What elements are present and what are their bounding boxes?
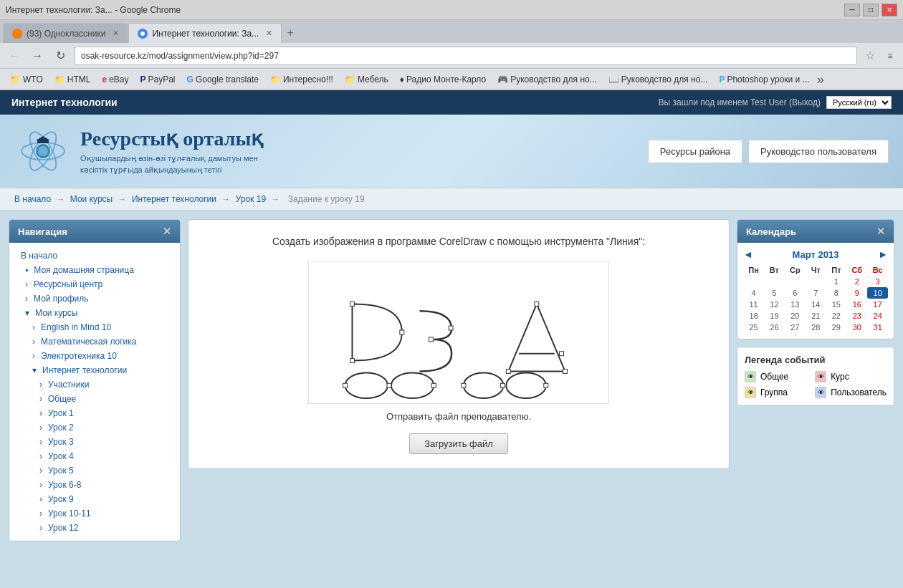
upload-button[interactable]: Загрузить файл	[409, 433, 508, 454]
cal-day[interactable]: 14	[806, 299, 826, 310]
tab-odnoklassniki[interactable]: (93) Одноклассники ✕	[3, 23, 128, 43]
nav-bullet: ▪	[25, 265, 28, 275]
maximize-button[interactable]: □	[863, 4, 879, 16]
sidebar-item-courses[interactable]: ▾ Мои курсы	[9, 306, 180, 320]
cal-day[interactable]: 9	[846, 287, 867, 299]
sidebar-item-mypage[interactable]: ▪ Моя домашняя страница	[9, 263, 180, 277]
cal-prev-button[interactable]: ◄	[743, 249, 753, 260]
svg-point-6	[38, 146, 48, 156]
bookmark-wto[interactable]: 📁 WTO	[6, 73, 47, 86]
bookmark-interesting[interactable]: 📁 Интересно!!!	[266, 73, 338, 86]
bookmark-photoshop[interactable]: P Photoshop уроки и ...	[715, 73, 813, 86]
sidebar-item-general[interactable]: › Общее	[9, 392, 180, 406]
sidebar-item-profile[interactable]: › Мой профиль	[9, 291, 180, 306]
cal-day[interactable]: 15	[826, 299, 847, 310]
cal-day[interactable]: 8	[826, 287, 847, 299]
sidebar-item-lesson12[interactable]: › Урок 12	[9, 521, 180, 535]
sidebar-item-resource[interactable]: › Ресурсный центр	[9, 277, 180, 291]
cal-day[interactable]: 1	[826, 276, 847, 287]
bookmarks-more-button[interactable]: »	[817, 73, 824, 86]
cal-day[interactable]: 25	[743, 322, 764, 333]
sidebar-item-lesson3[interactable]: › Урок 3	[9, 435, 180, 449]
bookmark-wot[interactable]: 🎮 Руководство для но...	[493, 73, 601, 86]
cal-day[interactable]: 18	[743, 310, 764, 322]
cal-day[interactable]: 6	[785, 287, 806, 299]
forward-button[interactable]: →	[29, 47, 46, 64]
sidebar-item-lesson5[interactable]: › Урок 5	[9, 463, 180, 478]
sidebar-item-lesson1[interactable]: › Урок 1	[9, 406, 180, 420]
cal-day[interactable]	[764, 276, 785, 287]
cal-day[interactable]: 28	[806, 322, 826, 333]
sidebar-item-english[interactable]: › English in Mind 10	[9, 320, 180, 334]
cal-day[interactable]: 12	[764, 299, 785, 310]
bookmark-paypal[interactable]: P PayPal	[136, 73, 180, 86]
sidebar-item-lesson9[interactable]: › Урок 9	[9, 492, 180, 506]
close-button[interactable]: ✕	[882, 4, 897, 16]
cal-day[interactable]: 7	[806, 287, 826, 299]
sidebar-item-home[interactable]: В начало	[9, 249, 180, 263]
cal-day[interactable]: 2	[846, 276, 867, 287]
bookmark-google-translate[interactable]: G Google translate	[183, 73, 263, 86]
menu-icon[interactable]: ≡	[883, 49, 897, 63]
back-button[interactable]: ←	[6, 47, 23, 64]
cal-day[interactable]: 29	[826, 322, 847, 333]
breadcrumb-lesson19[interactable]: Урок 19	[236, 194, 266, 204]
cal-day[interactable]: 13	[785, 299, 806, 310]
refresh-button[interactable]: ↻	[52, 47, 69, 64]
cal-day[interactable]: 3	[867, 276, 888, 287]
cal-day[interactable]: 20	[785, 310, 806, 322]
cal-day[interactable]: 30	[846, 322, 867, 333]
new-tab-button[interactable]: +	[282, 24, 299, 42]
sidebar-item-math[interactable]: › Математическая логика	[9, 334, 180, 349]
sidebar-item-lesson6-8[interactable]: › Урок 6-8	[9, 478, 180, 492]
task-send-text: Отправить файл преподавателю.	[203, 411, 715, 422]
cal-day[interactable]: 17	[867, 299, 888, 310]
cal-day[interactable]: 22	[826, 310, 847, 322]
cal-day[interactable]: 21	[806, 310, 826, 322]
sidebar-item-participants[interactable]: › Участники	[9, 377, 180, 392]
bookmark-guide[interactable]: 📖 Руководство для но...	[604, 73, 712, 86]
bookmark-ebay[interactable]: e eBay	[97, 73, 133, 86]
breadcrumb-sep: →	[118, 194, 129, 204]
bookmark-radio[interactable]: ♦ Радио Монте-Карло	[396, 73, 490, 86]
sidebar-close-icon[interactable]: ✕	[163, 226, 171, 237]
cal-day[interactable]: 23	[846, 310, 867, 322]
guide-button[interactable]: Руководство пользователя	[748, 140, 889, 163]
cal-day[interactable]: 16	[846, 299, 867, 310]
sidebar-item-lesson4[interactable]: › Урок 4	[9, 449, 180, 463]
bookmark-mebel[interactable]: 📁 Мебель	[340, 73, 393, 86]
cal-day[interactable]: 4	[743, 287, 764, 299]
cal-day-highlight[interactable]: 10	[867, 287, 888, 299]
breadcrumb-courses[interactable]: Мои курсы	[70, 194, 113, 204]
language-select[interactable]: Русский (ru)	[826, 96, 892, 109]
cal-day[interactable]	[743, 276, 764, 287]
sidebar-item-electro[interactable]: › Электротехника 10	[9, 349, 180, 363]
cal-day[interactable]: 11	[743, 299, 764, 310]
tab-internet-tech[interactable]: Интернет технологии: За... ✕	[128, 23, 282, 43]
sidebar-item-internet[interactable]: ▾ Интернет технологии	[9, 363, 180, 377]
breadcrumb-home[interactable]: В начало	[14, 194, 51, 204]
resources-button[interactable]: Ресурсы района	[648, 140, 742, 163]
cal-day[interactable]: 27	[785, 322, 806, 333]
folder-icon: 📁	[345, 74, 355, 85]
cal-day[interactable]: 24	[867, 310, 888, 322]
cal-day[interactable]: 19	[764, 310, 785, 322]
legend-dot-general: 👁	[745, 371, 756, 382]
cal-day[interactable]	[785, 276, 806, 287]
sidebar-item-lesson10-11[interactable]: › Урок 10-11	[9, 506, 180, 521]
address-input[interactable]	[75, 47, 857, 65]
calendar-close-icon[interactable]: ✕	[876, 226, 885, 237]
tab-close-icon[interactable]: ✕	[266, 29, 272, 38]
minimize-button[interactable]: ─	[844, 4, 860, 16]
cal-day[interactable]: 31	[867, 322, 888, 333]
cal-next-button[interactable]: ►	[878, 249, 888, 260]
cal-day[interactable]	[806, 276, 826, 287]
book-icon: 📖	[608, 74, 619, 85]
tab-close-icon[interactable]: ✕	[113, 29, 119, 38]
cal-day[interactable]: 26	[764, 322, 785, 333]
bookmark-star-icon[interactable]: ☆	[863, 49, 877, 63]
sidebar-item-lesson2[interactable]: › Урок 2	[9, 420, 180, 435]
bookmark-html[interactable]: 📁 HTML	[50, 73, 95, 86]
cal-day[interactable]: 5	[764, 287, 785, 299]
breadcrumb-internet[interactable]: Интернет технологии	[132, 194, 216, 204]
